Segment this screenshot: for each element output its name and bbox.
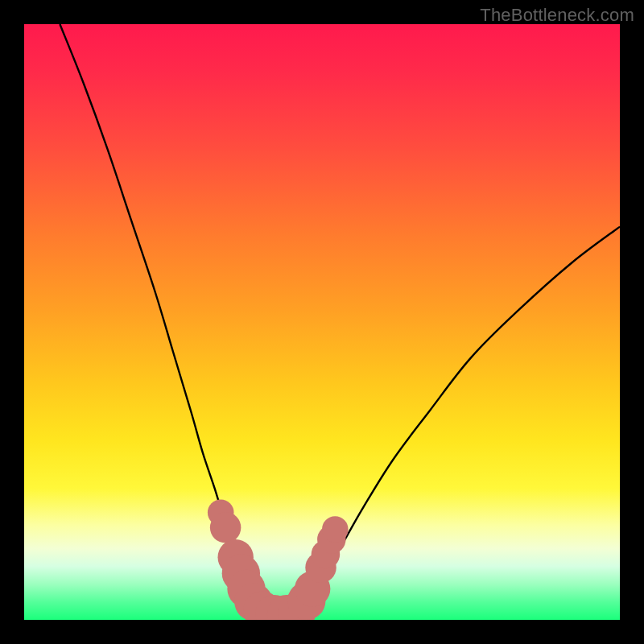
plot-area [24,24,620,620]
outer-frame: TheBottleneck.com [0,0,644,644]
curve-right-branch [298,227,620,611]
watermark-text: TheBottleneck.com [480,5,634,26]
curve-layer [24,24,620,620]
data-marker [210,512,241,543]
data-marker [322,516,349,543]
curve-left-branch [60,24,280,613]
marker-layer [208,500,349,620]
